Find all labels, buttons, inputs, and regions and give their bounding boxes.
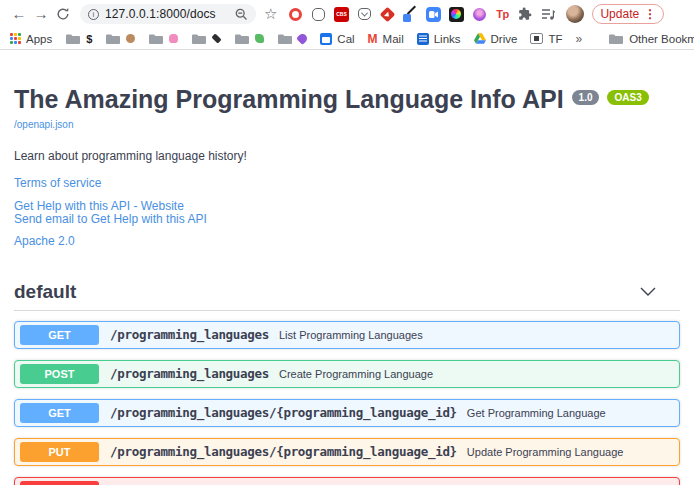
- drive-icon: [474, 33, 486, 44]
- endpoint-row[interactable]: GET /programming_languages/{programming_…: [14, 399, 680, 427]
- folder-icon: [234, 33, 250, 45]
- endpoint-path: /programming_languages: [110, 327, 269, 342]
- color-picker-extension-icon[interactable]: [402, 6, 418, 22]
- endpoint-summary: Update Programming Language: [467, 446, 624, 458]
- cbs-extension-icon[interactable]: CBS: [333, 6, 349, 22]
- zoom-camera-extension-icon[interactable]: [425, 6, 441, 22]
- contact-email-link[interactable]: Send email to Get Help with this API: [14, 213, 680, 226]
- swagger-docs-page: The Amazing Programming Language Info AP…: [0, 50, 694, 485]
- calendar-icon: [320, 33, 332, 45]
- folder-icon: [148, 33, 164, 45]
- endpoint-path: /programming_languages/{programming_lang…: [110, 405, 457, 420]
- openapi-spec-link[interactable]: /openapi.json: [14, 119, 74, 130]
- send-diamond-extension-icon[interactable]: [379, 6, 395, 22]
- profile-avatar[interactable]: [566, 5, 584, 23]
- horse-emoji-icon: [126, 34, 135, 43]
- folder-icon: [608, 33, 624, 45]
- bookmark-folder-green[interactable]: [234, 33, 264, 45]
- endpoint-path: /programming_languages: [110, 366, 269, 381]
- tag-section-default[interactable]: default: [14, 281, 680, 311]
- flower-extension-icon[interactable]: [471, 6, 487, 22]
- extensions-row: CBS Tp: [287, 6, 556, 22]
- bookmark-mail[interactable]: M Mail: [368, 32, 404, 46]
- tp-extension-icon[interactable]: Tp: [494, 6, 510, 22]
- method-badge[interactable]: GET: [20, 325, 99, 345]
- url-bar[interactable]: i 127.0.0.1:8000/docs: [80, 4, 256, 24]
- title-line: The Amazing Programming Language Info AP…: [14, 86, 680, 114]
- leaf-emoji-icon: [255, 34, 264, 43]
- endpoint-list: GET /programming_languages List Programm…: [14, 321, 680, 485]
- drive-label: Drive: [491, 33, 518, 45]
- method-badge[interactable]: DELETE: [20, 481, 99, 485]
- tp-glyph: Tp: [496, 8, 508, 20]
- apps-grid-icon: [10, 33, 21, 44]
- method-badge[interactable]: POST: [20, 364, 99, 384]
- apps-label: Apps: [26, 33, 52, 45]
- back-icon[interactable]: ←: [8, 0, 30, 28]
- bookmark-tf[interactable]: TF: [530, 33, 562, 45]
- pocket-extension-icon[interactable]: [356, 6, 372, 22]
- purple-heart-emoji-icon: [296, 32, 309, 45]
- opera-ring-extension-icon[interactable]: [287, 6, 303, 22]
- tag-name: default: [14, 281, 76, 303]
- info-links: Terms of service Get Help with this API …: [14, 177, 680, 248]
- other-bookmarks-folder[interactable]: Other Bookmarks: [608, 33, 694, 45]
- license-link[interactable]: Apache 2.0: [14, 235, 680, 248]
- chat-bubble-extension-icon[interactable]: [310, 6, 326, 22]
- folder-icon: [105, 33, 121, 45]
- cal-label: Cal: [337, 33, 354, 45]
- bookmark-folder-brain[interactable]: [148, 33, 178, 45]
- tf-label: TF: [548, 33, 562, 45]
- update-label: Update: [600, 7, 639, 21]
- mail-label: Mail: [383, 33, 404, 45]
- folder-icon: [191, 33, 207, 45]
- contact-website-link[interactable]: Get Help with this API - Website: [14, 200, 680, 213]
- tf-icon: [530, 33, 543, 44]
- endpoint-summary: Create Programming Language: [279, 368, 433, 380]
- playlist-extension-icon[interactable]: [540, 6, 556, 22]
- dollar-glyph: $: [86, 33, 92, 45]
- chevron-down-icon[interactable]: [640, 287, 656, 296]
- links-label: Links: [434, 33, 461, 45]
- brain-emoji-icon: [169, 34, 178, 43]
- bookmark-cal[interactable]: Cal: [320, 33, 354, 45]
- terms-of-service-link[interactable]: Terms of service: [14, 177, 680, 190]
- site-info-icon[interactable]: i: [88, 9, 99, 20]
- url-input[interactable]: 127.0.0.1:8000/docs: [105, 7, 229, 21]
- reload-icon[interactable]: [52, 7, 74, 21]
- endpoint-summary: Get Programming Language: [467, 407, 606, 419]
- method-badge[interactable]: PUT: [20, 442, 99, 462]
- oas3-badge: OAS3: [607, 90, 648, 105]
- bookmark-folder-school[interactable]: [191, 33, 221, 45]
- bookmark-folder-purple[interactable]: [277, 33, 307, 45]
- bookmark-drive[interactable]: Drive: [474, 33, 518, 45]
- other-bookmarks-label: Other Bookmarks: [629, 33, 694, 45]
- bookmarks-bar: Apps $ Cal M: [0, 28, 694, 50]
- gmail-icon: M: [368, 32, 378, 46]
- folder-icon: [277, 33, 293, 45]
- zoom-out-icon[interactable]: [235, 8, 248, 21]
- bookmark-folder-finance[interactable]: $: [65, 33, 92, 45]
- api-description: Learn about programming language history…: [14, 149, 680, 163]
- browser-toolbar: ← → i 127.0.0.1:8000/docs ☆ CBS Tp: [0, 0, 694, 28]
- forward-icon[interactable]: →: [30, 0, 52, 28]
- kebab-menu-icon[interactable]: ⋮: [644, 7, 656, 21]
- list-icon: [417, 33, 429, 45]
- endpoint-row[interactable]: DELETE /programming_languages/{programmi…: [14, 477, 680, 485]
- method-badge[interactable]: GET: [20, 403, 99, 423]
- cbs-glyph: CBS: [334, 7, 349, 22]
- update-button[interactable]: Update ⋮: [592, 4, 664, 24]
- endpoint-row[interactable]: POST /programming_languages Create Progr…: [14, 360, 680, 388]
- page-title: The Amazing Programming Language Info AP…: [14, 86, 564, 114]
- endpoint-row[interactable]: PUT /programming_languages/{programming_…: [14, 438, 680, 466]
- browser-window: ← → i 127.0.0.1:8000/docs ☆ CBS Tp: [0, 0, 694, 485]
- endpoint-row[interactable]: GET /programming_languages List Programm…: [14, 321, 680, 349]
- bookmarks-overflow-chevron[interactable]: »: [575, 32, 582, 46]
- art-wheel-extension-icon[interactable]: [448, 6, 464, 22]
- apps-shortcut[interactable]: Apps: [10, 33, 52, 45]
- bookmark-links[interactable]: Links: [417, 33, 461, 45]
- endpoint-path: /programming_languages/{programming_lang…: [110, 444, 457, 459]
- bookmark-star-icon[interactable]: ☆: [264, 0, 277, 28]
- puzzle-extension-icon[interactable]: [517, 6, 533, 22]
- bookmark-folder-horse[interactable]: [105, 33, 135, 45]
